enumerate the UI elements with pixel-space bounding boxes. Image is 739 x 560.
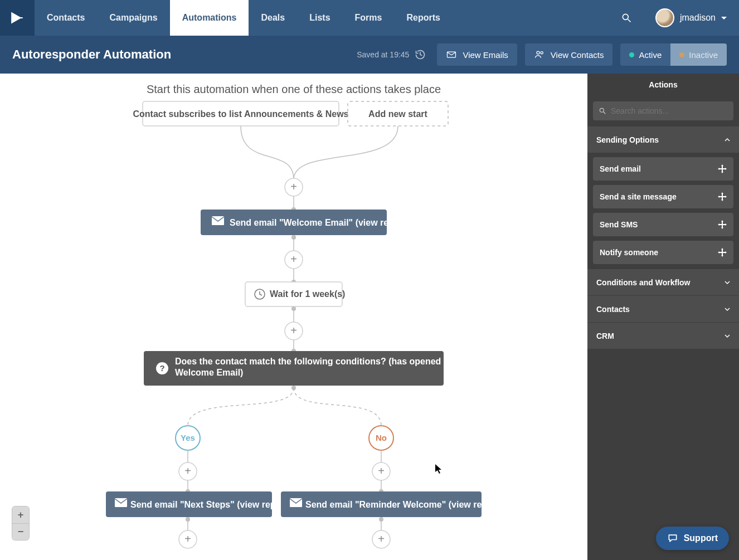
view-contacts-button[interactable]: View Contacts <box>525 43 613 66</box>
condition-node[interactable]: ? Does the contact match the following c… <box>144 351 485 386</box>
svg-text:Send email "Welcome Email" (vi: Send email "Welcome Email" (view reports… <box>230 218 414 227</box>
nav-contacts[interactable]: Contacts <box>35 0 97 36</box>
nav-deals[interactable]: Deals <box>249 0 297 36</box>
wait-node[interactable]: Wait for 1 week(s) <box>245 282 345 306</box>
drag-icon <box>718 248 727 257</box>
svg-text:Contact subscribes to list Ann: Contact subscribes to list Announcements… <box>133 109 348 119</box>
send-next-steps-node[interactable]: Send email "Next Steps" (view reports) <box>106 491 295 517</box>
send-welcome-email-node[interactable]: Send email "Welcome Email" (view reports… <box>201 210 414 235</box>
drag-icon <box>718 220 727 229</box>
chat-icon <box>667 533 678 544</box>
no-branch[interactable]: No <box>369 426 393 450</box>
action-notify-someone[interactable]: Notify someone <box>593 241 733 264</box>
add-step-yes[interactable]: + <box>179 462 197 480</box>
add-step-2[interactable]: + <box>285 251 303 269</box>
page-title: Autoresponder Automation <box>12 47 171 62</box>
saved-status: Saved at 19:45 <box>357 49 426 60</box>
sidebar-search-input[interactable] <box>611 106 728 115</box>
user-menu[interactable]: jmadison <box>643 0 739 36</box>
add-step-3[interactable]: + <box>285 322 303 340</box>
zoom-controls: + − <box>12 507 29 540</box>
status-inactive[interactable]: Inactive <box>670 43 727 66</box>
svg-text:Send email "Reminder Welcome" : Send email "Reminder Welcome" (view repo… <box>305 500 507 509</box>
svg-text:No: No <box>376 433 387 442</box>
add-step-1[interactable]: + <box>285 178 303 196</box>
zoom-out-button[interactable]: − <box>12 523 29 540</box>
svg-rect-14 <box>212 216 224 225</box>
nav-lists[interactable]: Lists <box>297 0 342 36</box>
svg-text:Does the contact match the fol: Does the contact match the following con… <box>175 357 485 366</box>
view-emails-button[interactable]: View Emails <box>437 43 517 66</box>
section-contacts[interactable]: Contacts <box>587 295 739 322</box>
section-conditions[interactable]: Conditions and Workflow <box>587 269 739 295</box>
status-toggle: Active Inactive <box>620 43 727 66</box>
action-site-message[interactable]: Send a site message <box>593 185 733 208</box>
sidebar-title: Actions <box>587 74 739 96</box>
chevron-down-icon <box>725 280 730 285</box>
status-active[interactable]: Active <box>620 43 670 66</box>
svg-point-65 <box>600 108 604 112</box>
svg-rect-2 <box>448 52 456 57</box>
sidebar-search[interactable] <box>593 101 733 120</box>
send-reminder-node[interactable]: Send email "Reminder Welcome" (view repo… <box>281 491 507 517</box>
svg-line-1 <box>628 20 630 22</box>
support-button[interactable]: Support <box>656 527 729 550</box>
avatar <box>655 8 674 27</box>
zoom-in-button[interactable]: + <box>12 507 29 523</box>
svg-text:+: + <box>184 533 191 545</box>
add-step-after-yes[interactable]: + <box>179 530 197 548</box>
add-start-node[interactable]: Add new start <box>348 101 448 126</box>
svg-text:+: + <box>378 533 385 545</box>
svg-text:Add new start: Add new start <box>368 109 427 119</box>
svg-point-0 <box>623 14 628 20</box>
svg-text:+: + <box>290 253 297 265</box>
svg-text:+: + <box>290 324 297 337</box>
svg-text:+: + <box>184 465 191 477</box>
yes-branch[interactable]: Yes <box>176 426 200 450</box>
svg-text:Wait for 1 week(s): Wait for 1 week(s) <box>270 289 345 299</box>
actions-sidebar: Actions Sending Options Send email Send … <box>587 74 739 560</box>
svg-text:Welcome Email): Welcome Email) <box>175 368 243 377</box>
drag-icon <box>718 164 727 173</box>
section-sending-options[interactable]: Sending Options <box>587 126 739 153</box>
nav-campaigns[interactable]: Campaigns <box>97 0 169 36</box>
svg-text:?: ? <box>159 363 164 373</box>
username: jmadison <box>680 13 716 23</box>
chevron-down-icon <box>725 306 730 312</box>
caret-down-icon <box>721 17 727 20</box>
chevron-down-icon <box>725 333 730 339</box>
automation-canvas[interactable]: Start this automation when one of these … <box>0 74 587 560</box>
svg-text:+: + <box>290 181 297 193</box>
section-crm[interactable]: CRM <box>587 322 739 349</box>
trigger-node[interactable]: Contact subscribes to list Announcements… <box>133 101 348 126</box>
svg-line-66 <box>604 112 606 114</box>
start-hint: Start this automation when one of these … <box>147 83 441 95</box>
svg-text:Yes: Yes <box>181 433 195 442</box>
logo[interactable] <box>0 0 35 36</box>
svg-point-3 <box>537 51 539 54</box>
svg-point-4 <box>541 52 543 54</box>
action-send-email[interactable]: Send email <box>593 157 733 181</box>
action-send-sms[interactable]: Send SMS <box>593 213 733 236</box>
nav-automations[interactable]: Automations <box>170 0 249 36</box>
svg-rect-52 <box>115 498 127 507</box>
svg-text:Send email "Next Steps" (view : Send email "Next Steps" (view reports) <box>130 500 295 509</box>
svg-rect-59 <box>290 498 302 507</box>
global-search-button[interactable] <box>610 0 643 36</box>
add-step-no[interactable]: + <box>372 462 390 480</box>
nav-reports[interactable]: Reports <box>394 0 452 36</box>
svg-text:+: + <box>378 465 385 477</box>
drag-icon <box>718 192 727 201</box>
add-step-after-no[interactable]: + <box>372 530 390 548</box>
chevron-up-icon <box>725 137 730 143</box>
nav-forms[interactable]: Forms <box>343 0 395 36</box>
